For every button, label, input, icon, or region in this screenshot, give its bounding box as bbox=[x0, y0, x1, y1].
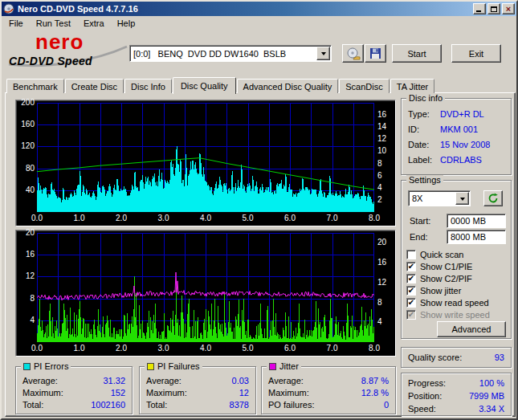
axis-label: 0.0 bbox=[28, 214, 46, 222]
advanced-button[interactable]: Advanced bbox=[437, 321, 506, 337]
checkbox-box[interactable] bbox=[406, 250, 416, 259]
stat-label: Total: bbox=[146, 399, 167, 411]
start-position-input[interactable]: 0000 MB bbox=[447, 214, 506, 228]
disc-date-label: Date: bbox=[408, 137, 440, 153]
scan-speed-arrow[interactable] bbox=[455, 192, 469, 205]
close-icon: × bbox=[506, 5, 511, 13]
pi-errors-stats-panel: PI Errors Average:31.32 Maximum:152 Tota… bbox=[15, 366, 133, 414]
pi-errors-plot bbox=[37, 103, 374, 212]
stat-value: 152 bbox=[111, 387, 125, 399]
refresh-button[interactable] bbox=[483, 190, 503, 206]
checkbox-box[interactable]: ✔ bbox=[406, 298, 416, 308]
scan-speed-value: 8X bbox=[409, 191, 455, 206]
quality-score-value: 93 bbox=[495, 353, 504, 362]
stat-label: Maximum: bbox=[22, 387, 63, 399]
disc-type-value: DVD+R DL bbox=[440, 107, 484, 122]
menu-help[interactable]: Help bbox=[111, 17, 142, 31]
axis-label: 10 bbox=[377, 147, 395, 155]
app-icon bbox=[3, 3, 14, 14]
minimize-button[interactable] bbox=[473, 3, 486, 14]
axis-label: 5.0 bbox=[239, 345, 257, 353]
scan-speed-select[interactable]: 8X bbox=[408, 190, 471, 206]
drive-selector[interactable]: [0:0] BENQ DVD DD DW1640 BSLB bbox=[129, 45, 332, 62]
checkbox-quick-scan[interactable]: Quick scan bbox=[406, 248, 508, 260]
start-button[interactable]: Start bbox=[392, 44, 442, 63]
axis-label: 40 bbox=[17, 186, 35, 194]
disc-label-value: CDRLABS bbox=[440, 153, 482, 168]
disc-button[interactable] bbox=[342, 44, 364, 63]
checkbox-show-c1-pie[interactable]: ✔Show C1/PIE bbox=[406, 260, 508, 272]
checkbox-box[interactable]: ✔ bbox=[406, 274, 416, 283]
checkbox-label: Quick scan bbox=[420, 250, 463, 259]
axis-label: 6.0 bbox=[281, 345, 299, 353]
exit-button[interactable]: Exit bbox=[451, 44, 501, 63]
disc-date-value: 15 Nov 2008 bbox=[440, 137, 490, 153]
stat-value: 12.8 % bbox=[361, 387, 389, 399]
application-window: { "window": { "title": "Nero CD-DVD Spee… bbox=[0, 0, 518, 420]
tab-disc-quality[interactable]: Disc Quality bbox=[173, 77, 236, 94]
checkbox-show-read-speed[interactable]: ✔Show read speed bbox=[406, 296, 508, 308]
axis-label: 16 bbox=[377, 111, 395, 119]
stat-row: Maximum:12 bbox=[146, 387, 249, 399]
menu-file[interactable]: File bbox=[2, 17, 30, 31]
axis-label: 3.0 bbox=[155, 345, 173, 353]
checkbox-show-c2-pif[interactable]: ✔Show C2/PIF bbox=[406, 272, 508, 284]
stat-row: Average:0.03 bbox=[146, 375, 249, 387]
axis-label: 3.0 bbox=[155, 214, 173, 222]
stat-label: Average: bbox=[268, 375, 304, 387]
end-position-input[interactable]: 8000 MB bbox=[447, 230, 506, 244]
tab-advanced-disc-quality[interactable]: Advanced Disc Quality bbox=[237, 79, 339, 93]
jitter-stats-panel: Jitter Average:8.87 % Maximum:12.8 % PO … bbox=[261, 366, 396, 414]
checkbox-show-write-speed[interactable]: ✔Show write speed bbox=[406, 308, 508, 320]
axis-label: 4.0 bbox=[197, 345, 214, 353]
menu-extra[interactable]: Extra bbox=[77, 17, 111, 31]
position-value: 7999 MB bbox=[469, 389, 504, 402]
stat-value: 8.87 % bbox=[361, 375, 389, 387]
settings-title: Settings bbox=[409, 175, 441, 186]
checkbox-show-jitter[interactable]: ✔Show jitter bbox=[406, 284, 508, 296]
tab-ta-jitter[interactable]: TA Jitter bbox=[390, 79, 435, 93]
minimize-icon bbox=[476, 10, 481, 12]
tab-scandisc[interactable]: ScanDisc bbox=[339, 79, 389, 93]
disc-type-label: Type: bbox=[408, 107, 440, 122]
checkbox-box[interactable]: ✔ bbox=[406, 286, 416, 296]
settings-panel: Settings 8X Start: 0000 MB End: 8000 MB … bbox=[401, 180, 512, 339]
axis-label: 12 bbox=[377, 279, 395, 287]
jitter-stats-title: Jitter bbox=[279, 361, 299, 372]
checkbox-label: Show C1/PIE bbox=[420, 262, 472, 271]
save-button[interactable] bbox=[365, 44, 386, 63]
disc-label-row: Label:CDRLABS bbox=[408, 153, 506, 168]
axis-label: 12 bbox=[17, 272, 35, 280]
quality-score-panel: Quality score: 93 bbox=[401, 347, 512, 368]
axis-label: 1.0 bbox=[71, 214, 88, 222]
axis-label: 12 bbox=[377, 135, 395, 143]
stat-value: 8378 bbox=[230, 399, 249, 411]
progress-panel: Progress:100 % Position:7999 MB Speed:3.… bbox=[401, 373, 512, 416]
stat-row: Total:1002160 bbox=[22, 399, 125, 411]
stat-label: Average: bbox=[22, 375, 58, 387]
disc-hand-icon bbox=[346, 47, 361, 60]
stat-row: Average:31.32 bbox=[22, 375, 125, 387]
axis-label: 2.0 bbox=[112, 345, 130, 353]
drive-selector-arrow[interactable] bbox=[316, 47, 330, 60]
title-bar: Nero CD-DVD Speed 4.7.7.16 × bbox=[2, 2, 516, 16]
stat-row: Maximum:152 bbox=[22, 387, 125, 399]
checkbox-box[interactable]: ✔ bbox=[406, 310, 416, 320]
disc-id-row: ID:MKM 001 bbox=[408, 122, 506, 137]
tab-benchmark[interactable]: Benchmark bbox=[6, 79, 64, 93]
tab-disc-info[interactable]: Disc Info bbox=[124, 79, 172, 93]
dropdown-arrow-icon bbox=[460, 198, 465, 203]
menu-run-test[interactable]: Run Test bbox=[30, 17, 77, 31]
stat-row: Total:8378 bbox=[146, 399, 249, 411]
maximize-button[interactable] bbox=[487, 3, 500, 14]
axis-label: 4 bbox=[377, 184, 395, 192]
close-button[interactable]: × bbox=[502, 3, 515, 14]
drive-selector-value: [0:0] BENQ DVD DD DW1640 BSLB bbox=[130, 46, 316, 61]
maximize-icon bbox=[491, 6, 497, 12]
axis-label: 160 bbox=[17, 120, 35, 128]
tab-create-disc[interactable]: Create Disc bbox=[65, 79, 124, 93]
checkbox-box[interactable]: ✔ bbox=[406, 262, 416, 271]
axis-label: 8.0 bbox=[365, 345, 383, 353]
axis-label: 5.0 bbox=[239, 214, 257, 222]
pi-failures-stats-legend: PI Failures bbox=[145, 361, 202, 372]
